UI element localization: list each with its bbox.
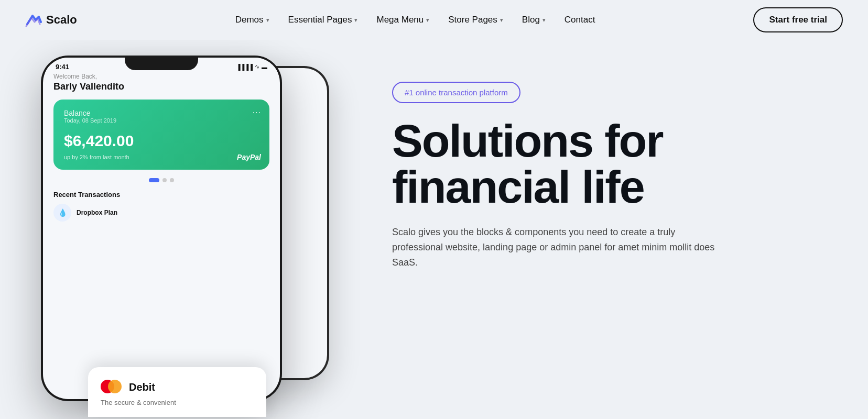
nav-item-essential[interactable]: Essential Pages ▾	[288, 15, 358, 25]
dot-active	[149, 178, 159, 182]
nav-links: Demos ▾ Essential Pages ▾ Mega Menu ▾ St…	[235, 15, 595, 25]
signal-icon: ▐▐▐▐	[236, 64, 253, 70]
balance-sub: up by 2% from last month	[64, 154, 259, 160]
hero-title: Solutions for financial life	[392, 118, 843, 210]
chevron-down-icon: ▾	[266, 17, 269, 24]
mastercard-icon	[101, 380, 123, 394]
logo-icon	[25, 12, 42, 28]
hero-badge: #1 online transaction platform	[392, 82, 520, 103]
status-icons: ▐▐▐▐ ∿ ▬	[236, 63, 267, 70]
phone-mockup-section: Ba To $4 Do 9:41 ▐▐▐▐ ∿ ▬	[25, 50, 350, 417]
phone-front-frame: 9:41 ▐▐▐▐ ∿ ▬ Welcome Back, Barly Vallen…	[41, 56, 282, 401]
chevron-down-icon: ▾	[500, 17, 503, 24]
dot-2	[170, 178, 174, 182]
chevron-down-icon: ▾	[542, 17, 546, 24]
debit-subtitle: The secure & convenient	[101, 399, 254, 406]
user-name: Barly Vallendito	[53, 81, 269, 92]
balance-card: Balance Today, 08 Sept 2019 $6,420.00 up…	[53, 100, 269, 170]
transaction-name: Dropbox Plan	[77, 209, 117, 216]
balance-card-date: Today, 08 Sept 2019	[64, 117, 259, 124]
transaction-item: 💧 Dropbox Plan	[53, 204, 269, 222]
nav-item-store[interactable]: Store Pages ▾	[448, 15, 503, 25]
nav-item-blog[interactable]: Blog ▾	[522, 15, 546, 25]
nav-item-demos[interactable]: Demos ▾	[235, 15, 269, 25]
debit-card-popup: Debit The secure & convenient	[88, 367, 266, 417]
welcome-text: Welcome Back,	[53, 73, 269, 80]
balance-amount: $6,420.00	[64, 132, 259, 150]
dot-1	[162, 178, 167, 182]
debit-title: Debit	[129, 381, 155, 393]
balance-card-label: Balance	[64, 109, 259, 117]
battery-icon: ▬	[262, 64, 267, 70]
hero-title-line1: Solutions for	[392, 115, 663, 167]
card-dots	[53, 178, 269, 182]
main-content: Ba To $4 Do 9:41 ▐▐▐▐ ∿ ▬	[0, 40, 868, 419]
balance-menu-icon: ···	[253, 108, 261, 117]
mastercard-circle-orange	[108, 380, 122, 393]
chevron-down-icon: ▾	[354, 17, 357, 24]
nav-item-contact[interactable]: Contact	[565, 15, 595, 25]
hero-title-line2: financial life	[392, 161, 644, 213]
phone-notch	[125, 56, 198, 70]
wifi-icon: ∿	[255, 63, 259, 70]
phone-screen: 9:41 ▐▐▐▐ ∿ ▬ Welcome Back, Barly Vallen…	[43, 58, 280, 399]
hero-description: Scalo gives you the blocks & components …	[392, 225, 717, 270]
navbar: Scalo Demos ▾ Essential Pages ▾ Mega Men…	[0, 0, 868, 40]
chevron-down-icon: ▾	[426, 17, 429, 24]
start-trial-button[interactable]: Start free trial	[753, 7, 843, 32]
nav-item-mega[interactable]: Mega Menu ▾	[376, 15, 429, 25]
transactions-title: Recent Transactions	[53, 191, 269, 199]
transaction-icon: 💧	[53, 204, 71, 222]
logo-text: Scalo	[46, 13, 77, 27]
status-time: 9:41	[56, 63, 69, 71]
paypal-logo: PayPal	[237, 153, 261, 161]
hero-section: #1 online transaction platform Solutions…	[350, 50, 843, 270]
transactions-section: Recent Transactions 💧 Dropbox Plan	[53, 191, 269, 222]
logo[interactable]: Scalo	[25, 12, 77, 28]
debit-header: Debit	[101, 380, 254, 394]
